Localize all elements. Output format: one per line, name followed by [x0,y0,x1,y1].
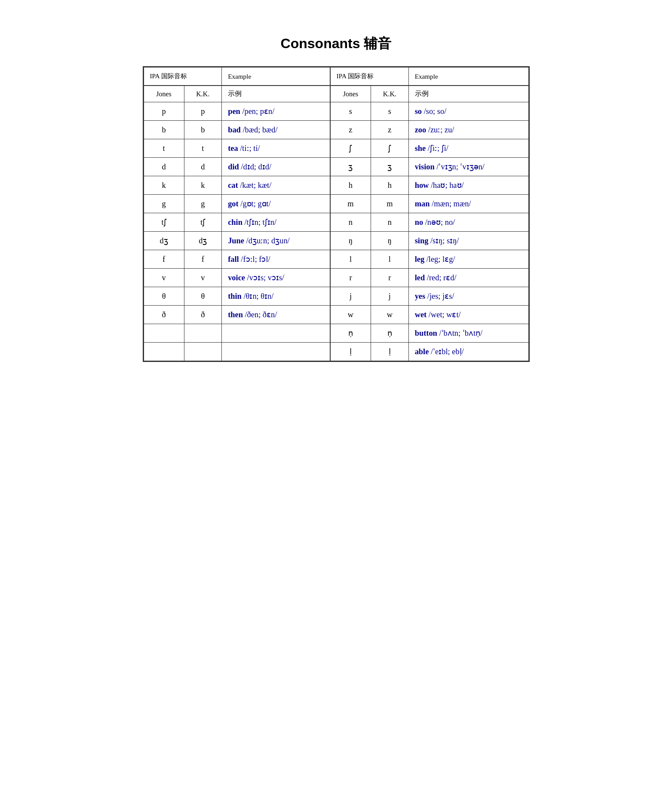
kk-left-empty [184,343,222,361]
kk-right: m [371,195,409,213]
kk-left: g [184,195,222,213]
table-row: ṇ ṇ button /ˈbʌtn; ˈbʌtṇ/ [144,324,528,343]
subheader-kk-right: K.K. [371,86,409,102]
jones-right: ʒ [330,158,371,176]
table-row: θ θ thin /θɪn; θɪn/ j j yes /jes; jɛs/ [144,287,528,306]
kk-right: l [371,250,409,269]
example-right: led /red; rɛd/ [408,269,528,287]
example-right: sing /sɪŋ; sɪŋ/ [408,232,528,250]
jones-left: tʃ [144,213,184,232]
jones-right: ḷ [330,343,371,361]
table-row: g g got /gɒt; gɑt/ m m man /mæn; mæn/ [144,195,528,213]
example-left: pen /pen; pɛn/ [222,102,330,121]
table-row: t t tea /tiː; ti/ ʃ ʃ she /ʃiː; ʃi/ [144,139,528,158]
example-right: no /nəʊ; no/ [408,213,528,232]
kk-left: f [184,250,222,269]
jones-right: r [330,269,371,287]
kk-right: s [371,102,409,121]
kk-left: ð [184,306,222,324]
kk-left: θ [184,287,222,306]
jones-left: dʒ [144,232,184,250]
jones-right: ŋ [330,232,371,250]
table-row: b b bad /bæd; bæd/ z z zoo /zuː; zu/ [144,121,528,139]
kk-right: r [371,269,409,287]
consonants-table: IPA 国际音标 Example IPA 国际音标 Example Jones … [143,66,530,362]
header-row-1: IPA 国际音标 Example IPA 国际音标 Example [144,67,528,86]
kk-right: ṇ [371,324,409,343]
example-right: yes /jes; jɛs/ [408,287,528,306]
kk-right: j [371,287,409,306]
header-right-example: Example [408,67,528,86]
kk-right: ʒ [371,158,409,176]
example-left: June /dʒuːn; dʒun/ [222,232,330,250]
kk-left: b [184,121,222,139]
subheader-jones-left: Jones [144,86,184,102]
example-right: man /mæn; mæn/ [408,195,528,213]
example-right: wet /wet; wɛt/ [408,306,528,324]
jones-right: w [330,306,371,324]
kk-right: w [371,306,409,324]
jones-right: l [330,250,371,269]
table-row: ḷ ḷ able /ˈeɪbl; ebḷ/ [144,343,528,361]
header-left-example: Example [222,67,330,86]
table-row: tʃ tʃ chin /tʃɪn; tʃɪn/ n n no /nəʊ; no/ [144,213,528,232]
subheader-example-right: 示例 [408,86,528,102]
table-row: v v voice /vɔɪs; vɔɪs/ r r led /red; rɛd… [144,269,528,287]
example-right: so /so; so/ [408,102,528,121]
example-left: voice /vɔɪs; vɔɪs/ [222,269,330,287]
table-row: dʒ dʒ June /dʒuːn; dʒun/ ŋ ŋ sing /sɪŋ; … [144,232,528,250]
jones-left-empty [144,343,184,361]
example-right: vision /ˈvɪʒn; ˈvɪʒən/ [408,158,528,176]
kk-right: ḷ [371,343,409,361]
jones-left: f [144,250,184,269]
jones-right: h [330,176,371,195]
example-left: thin /θɪn; θɪn/ [222,287,330,306]
example-right: leg /leg; lɛg/ [408,250,528,269]
jones-right: z [330,121,371,139]
jones-right: n [330,213,371,232]
table-row: d d did /dɪd; dɪd/ ʒ ʒ vision /ˈvɪʒn; ˈv… [144,158,528,176]
header-right-ipa: IPA 国际音标 [330,67,408,86]
jones-left: b [144,121,184,139]
header-left-ipa: IPA 国际音标 [144,67,222,86]
kk-right: n [371,213,409,232]
example-right: she /ʃiː; ʃi/ [408,139,528,158]
example-right: zoo /zuː; zu/ [408,121,528,139]
example-left-empty [222,343,330,361]
jones-left: k [144,176,184,195]
example-right: able /ˈeɪbl; ebḷ/ [408,343,528,361]
table-row: k k cat /kæt; kæt/ h h how /haʊ; haʊ/ [144,176,528,195]
jones-left: v [144,269,184,287]
example-right: how /haʊ; haʊ/ [408,176,528,195]
kk-left: tʃ [184,213,222,232]
kk-left: k [184,176,222,195]
table-row: ð ð then /ðen; ðɛn/ w w wet /wet; wɛt/ [144,306,528,324]
jones-right: ṇ [330,324,371,343]
jones-left-empty [144,324,184,343]
jones-left: ð [144,306,184,324]
kk-left: d [184,158,222,176]
table-row: p p pen /pen; pɛn/ s s so /so; so/ [144,102,528,121]
table-row: f f fall /fɔːl; fɔl/ l l leg /leg; lɛg/ [144,250,528,269]
jones-left: g [144,195,184,213]
kk-left: dʒ [184,232,222,250]
kk-right: ŋ [371,232,409,250]
subheader-jones-right: Jones [330,86,371,102]
example-left: fall /fɔːl; fɔl/ [222,250,330,269]
kk-left-empty [184,324,222,343]
example-left: bad /bæd; bæd/ [222,121,330,139]
example-left: cat /kæt; kæt/ [222,176,330,195]
jones-left: d [144,158,184,176]
example-left: chin /tʃɪn; tʃɪn/ [222,213,330,232]
jones-right: ʃ [330,139,371,158]
subheader-row: Jones K.K. 示例 Jones K.K. 示例 [144,86,528,102]
example-left: tea /tiː; ti/ [222,139,330,158]
example-left: got /gɒt; gɑt/ [222,195,330,213]
kk-right: z [371,121,409,139]
jones-left: p [144,102,184,121]
kk-left: t [184,139,222,158]
page-title: Consonants 辅音 [281,34,392,53]
example-left: did /dɪd; dɪd/ [222,158,330,176]
kk-left: v [184,269,222,287]
jones-right: j [330,287,371,306]
